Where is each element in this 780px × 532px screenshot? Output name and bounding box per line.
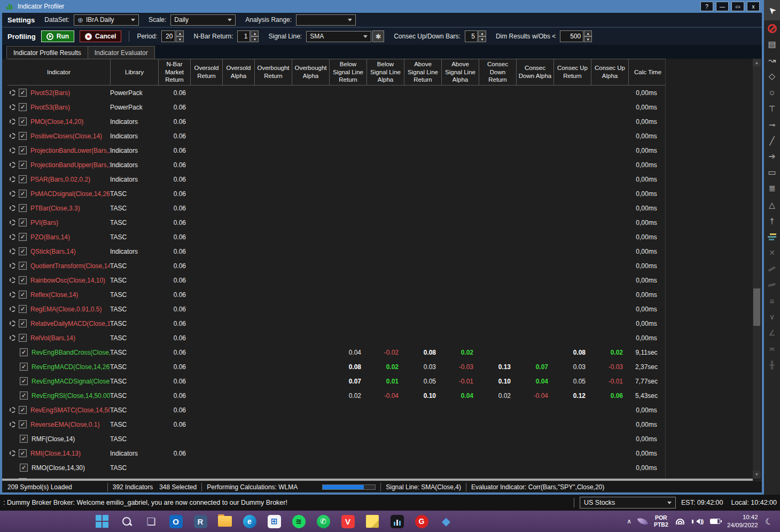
rectangle-tool-icon[interactable]: ▭ — [764, 165, 780, 181]
column-header[interactable]: Above Signal Line Alpha — [441, 59, 479, 85]
fib-time-zones-tool-icon[interactable]: ╫ — [764, 357, 780, 373]
trendline-tool-icon[interactable]: ╱ — [764, 132, 780, 148]
g-app-icon[interactable]: G — [415, 514, 428, 528]
consec-bars-stepper[interactable]: 5 ▲▼ — [465, 30, 486, 42]
whatsapp-icon[interactable]: ✆ — [316, 514, 330, 528]
signal-line-dropdown[interactable]: SMA — [306, 31, 371, 42]
crossed-lines-tool-icon[interactable]: ✕ — [764, 245, 780, 261]
indicator-checkbox[interactable]: ✓ — [19, 103, 27, 111]
column-header[interactable]: N-Bar Market Return — [158, 59, 190, 85]
cancel-button[interactable]: Cancel — [80, 30, 121, 42]
indicator-checkbox[interactable]: ✓ — [19, 319, 27, 327]
volume-icon[interactable]: )) — [692, 518, 703, 525]
calendar-tool-icon[interactable]: ▤ — [764, 36, 780, 52]
close-button[interactable]: x — [747, 2, 760, 11]
ellipse-tool-icon[interactable]: ○ — [764, 84, 780, 100]
search-icon[interactable] — [120, 514, 134, 528]
scrollbar-thumb[interactable] — [753, 288, 760, 326]
column-header[interactable]: Calc Time — [628, 59, 667, 85]
music-bars-app-icon[interactable] — [390, 514, 404, 528]
period-stepper[interactable]: 20 ▲▼ — [161, 30, 184, 42]
signal-line-settings-button[interactable]: ✱ — [372, 30, 384, 42]
column-header[interactable]: Library — [110, 59, 158, 85]
indicator-checkbox[interactable]: ✓ — [19, 291, 27, 299]
slider-tool-icon[interactable]: † — [764, 213, 780, 229]
blue-kite-app-icon[interactable]: ◆ — [439, 514, 453, 528]
stepper-arrows[interactable]: ▲▼ — [584, 30, 592, 42]
wifi-icon[interactable] — [675, 519, 685, 525]
column-header[interactable]: Indicator — [7, 59, 110, 85]
table-row[interactable]: ✓RegEMA(Close,0.91,0.5)TASC0.060,00ms — [7, 302, 666, 316]
table-row[interactable]: ✓ReverseEMA(Close,0.1)TASC0.060,00ms — [7, 417, 666, 432]
indicator-checkbox[interactable]: ✓ — [19, 233, 27, 241]
table-row[interactable]: ✓RevEngMACD(Close,14,26)TASC0.060.080.02… — [7, 359, 666, 374]
horizontal-scrollbar[interactable] — [2, 479, 753, 481]
file-explorer-icon[interactable] — [218, 514, 232, 528]
table-row[interactable]: ✓PZO(Bars,14)TASC0.060,00ms — [7, 230, 666, 244]
sticky-notes-icon[interactable] — [365, 514, 379, 528]
table-row[interactable]: ✓PSAR(Bars,0.02,0.2)Indicators0.060,00ms — [7, 172, 666, 186]
table-row[interactable]: ✓RMO(Close,14,30)TASC0,00ms — [7, 460, 666, 475]
column-header[interactable]: Oversold Return — [190, 59, 222, 85]
help-button[interactable]: ? — [700, 2, 713, 11]
indicator-checkbox[interactable]: ✓ — [20, 464, 28, 472]
column-header[interactable]: Consec Down Return — [479, 59, 516, 85]
spotify-icon[interactable]: ≋ — [292, 514, 306, 528]
outlook-icon[interactable]: O — [169, 514, 183, 528]
indicator-checkbox[interactable]: ✓ — [19, 247, 27, 255]
market-dropdown[interactable]: US Stocks — [580, 497, 676, 508]
table-row[interactable]: ✓PositiveCloses(Close,14)Indicators0.060… — [7, 129, 666, 143]
microsoft-store-icon[interactable]: ⊞ — [267, 514, 281, 528]
edge-icon[interactable]: e — [243, 514, 256, 528]
tab-indicator-evaluator[interactable]: Indicator Evaluator — [88, 46, 155, 59]
period-value[interactable]: 20 — [161, 30, 175, 42]
vertical-line-tool-icon[interactable]: ⊤ — [764, 100, 780, 116]
column-header[interactable]: Overbought Return — [254, 59, 292, 85]
table-row[interactable]: ✓RMF(Close,14)TASC0,00ms — [7, 432, 666, 446]
table-row[interactable]: ✓RMI(Close,14,13)Indicators0.060,00ms — [7, 446, 666, 460]
analysis-range-dropdown[interactable] — [296, 14, 356, 26]
parallel-lines-tool-icon[interactable]: ∥ — [764, 261, 780, 277]
freehand-curve-tool-icon[interactable]: ↝ — [764, 52, 780, 68]
stepper-arrows[interactable]: ▲▼ — [251, 30, 259, 42]
dim-results-stepper[interactable]: 500 ▲▼ — [560, 30, 592, 42]
night-mode-icon[interactable]: ☾ — [763, 515, 774, 527]
language-indicator[interactable]: POR PTB2 — [654, 514, 668, 528]
indicator-checkbox[interactable]: ✓ — [19, 161, 27, 169]
fib-extension-tool-icon[interactable]: ≍ — [764, 341, 780, 357]
indicator-checkbox[interactable]: ✓ — [20, 377, 28, 385]
column-header[interactable]: Above Signal Line Return — [404, 59, 441, 85]
indicator-checkbox[interactable]: ✓ — [19, 334, 27, 342]
indicator-checkbox[interactable]: ✓ — [19, 305, 27, 313]
fib-retracement-tool-icon[interactable]: ≡ — [764, 293, 780, 309]
start-button[interactable] — [95, 514, 109, 528]
stepper-arrows[interactable]: ▲▼ — [478, 30, 486, 42]
pitchfork-tool-icon[interactable]: ∨ — [764, 309, 780, 325]
maximize-button[interactable]: ▭ — [731, 2, 744, 11]
hidden-icons-chevron[interactable]: ∧ — [627, 518, 631, 525]
vivaldi-icon[interactable]: V — [341, 514, 355, 528]
table-row[interactable]: ✓RevEngBBandCross(Close,14TASC0.060.04-0… — [7, 345, 666, 359]
table-row[interactable]: ✓QStick(Bars,14)Indicators0.060,00ms — [7, 244, 666, 259]
table-row[interactable]: ✓PTBar(Close,3.3)TASC0.060,00ms — [7, 201, 666, 215]
dataset-dropdown[interactable]: ⊕ IBrA Daily — [74, 14, 139, 26]
nbar-return-stepper[interactable]: 1 ▲▼ — [237, 30, 259, 42]
indicator-checkbox[interactable]: ✓ — [19, 204, 27, 212]
fan-lines-tool-icon[interactable]: ∠ — [764, 325, 780, 341]
run-button[interactable]: Run — [41, 30, 74, 42]
nbar-return-value[interactable]: 1 — [237, 30, 250, 42]
table-row[interactable]: ✓RevEngSMATC(Close,14,50)TASC0.060,00ms — [7, 403, 666, 417]
feather-tray-icon[interactable] — [637, 516, 649, 527]
tab-indicator-profile-results[interactable]: Indicator Profile Results — [6, 46, 88, 59]
dim-results-value[interactable]: 500 — [560, 30, 583, 42]
table-row[interactable]: ✓PVI(Bars)TASC0.060,00ms — [7, 215, 666, 230]
note-tool-icon[interactable]: ≣ — [764, 181, 780, 197]
indicator-checkbox[interactable]: ✓ — [20, 363, 28, 371]
table-row[interactable]: ✓Reflex(Close,14)TASC0.060,00ms — [7, 287, 666, 302]
indicator-checkbox[interactable]: ✓ — [19, 132, 27, 140]
table-row[interactable]: ✓QuotientTransform(Close,14TASC0.060,00m… — [7, 259, 666, 273]
table-row[interactable]: ✓PMO(Close,14,20)Indicators0.060,00ms — [7, 114, 666, 129]
table-row[interactable]: ✓ROC(Close,14)Indicators0.060,00ms — [7, 475, 666, 479]
table-row[interactable]: ✓PsMACDsignal(Close,14,26,9TASC0.060,00m… — [7, 186, 666, 201]
indicator-checkbox[interactable]: ✓ — [19, 118, 27, 126]
